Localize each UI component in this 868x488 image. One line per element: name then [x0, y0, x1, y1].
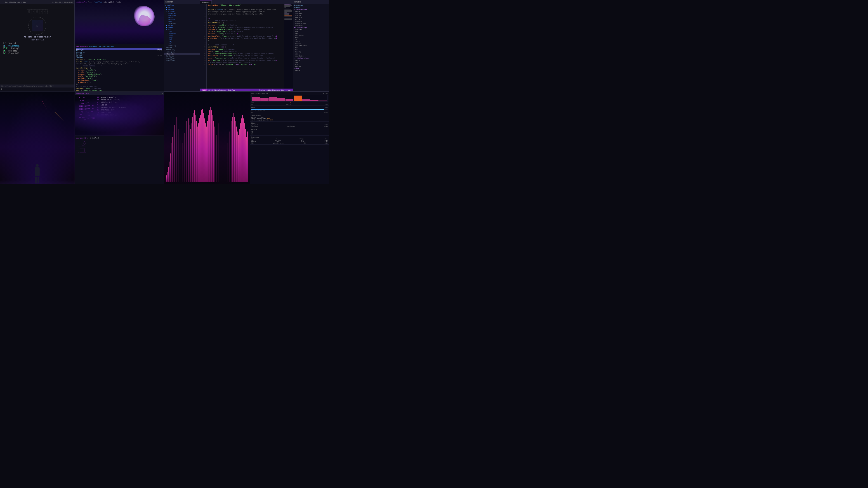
outline-theme[interactable]: theme: [293, 37, 329, 39]
chart-bar-39: [206, 127, 207, 182]
statusbar-producer: Producer.p/LibrePhoenix.p: [259, 89, 280, 91]
chart-bar-76: [244, 123, 245, 182]
tree-work[interactable]: ▶ work: [164, 16, 200, 18]
outline-editor[interactable]: editor: [293, 53, 329, 55]
tree-pkgs[interactable]: ▶ pkgs: [164, 37, 200, 39]
outline-locale[interactable]: locale: [293, 18, 329, 20]
statusbar-pos: 3:10 Top:: [228, 89, 236, 91]
tree-themes[interactable]: ▶ themes: [164, 26, 200, 29]
outline-fontpkg[interactable]: fontPkg: [293, 51, 329, 53]
outline-defaultroamdir[interactable]: defaultRoamDir: [293, 45, 329, 47]
chart-bar-66: [234, 117, 235, 182]
chart-bar-28: [195, 115, 196, 182]
tree-wsl[interactable]: ▶ wsl: [164, 20, 200, 22]
outline-profile[interactable]: profile: [293, 14, 329, 16]
tree-homelab[interactable]: ▶ home.lab: [164, 12, 200, 14]
outline-np-patches[interactable]: patches: [293, 65, 329, 67]
outline-description[interactable]: description: [293, 4, 329, 6]
sysmon-panel: CPU — 1.53 1.14 0.73 CPU like 100% 11: [164, 92, 329, 184]
outline-np-system[interactable]: system: [293, 59, 329, 61]
link-closetab[interactable]: [x] [Close tab]: [3, 52, 72, 55]
outline-term[interactable]: term: [293, 47, 329, 49]
tree-user[interactable]: ▼ user: [164, 29, 200, 31]
file-item-license[interactable]: LICENSE34.2 K: [76, 55, 162, 56]
temp-section: Temperatures DeviceTemp(°) card0 (amdgpu…: [250, 114, 329, 122]
file-item-readme[interactable]: README.org: [76, 56, 162, 58]
chart-bar-30: [197, 127, 198, 182]
link-quickmarks[interactable]: [b] [Quickmarks]: [3, 45, 72, 47]
chart-bar-16: [183, 137, 184, 182]
outline-bootmountpath[interactable]: bootMountPath: [293, 22, 329, 24]
tree-dotfiles[interactable]: ▼ .dotfiles: [164, 4, 200, 6]
tree-personal[interactable]: ▶ personal: [164, 14, 200, 16]
outline-hostname[interactable]: hostname: [293, 12, 329, 14]
outline-name[interactable]: name: [293, 31, 329, 33]
outline-browser[interactable]: browser: [293, 43, 329, 45]
outline-wm[interactable]: wm: [293, 39, 329, 41]
chart-bar-26: [193, 113, 194, 182]
link-newtab[interactable]: [t] [New tab]: [3, 50, 72, 52]
outline-pkgs-system[interactable]: system: [293, 69, 329, 71]
tree-git[interactable]: ▶ .git: [164, 6, 200, 8]
outline-outputs[interactable]: outputs: [293, 6, 329, 8]
tree-patches[interactable]: ▶ patches: [164, 8, 200, 10]
outline-bootmode[interactable]: bootMode: [293, 20, 329, 22]
outline-system[interactable]: system: [293, 10, 329, 12]
chart-bar-69: [237, 131, 238, 182]
outline-timezone[interactable]: timezone: [293, 16, 329, 18]
tree-readme-root[interactable]: README.org: [164, 49, 200, 51]
tree-system[interactable]: ▶ system: [164, 24, 200, 26]
tree-profiles[interactable]: ▼ profiles: [164, 10, 200, 12]
tree-readme-profiles[interactable]: README.org: [164, 22, 200, 24]
tree-readme-user[interactable]: README.org: [164, 45, 200, 47]
editor-statusbar: main ⎇ .dotfiles/flake.nix 3:10 Top: Pro…: [200, 89, 293, 91]
outline-username[interactable]: username: [293, 29, 329, 31]
chart-bar-40: [207, 121, 208, 182]
outline-pkgs[interactable]: ▼ pkgs: [293, 67, 329, 69]
file-item-flake-nix[interactable]: flake.nix22.5 K: [76, 48, 162, 50]
fetch-cmd-line: emmet@snowfire ~ $ distfetch: [76, 137, 162, 139]
tree-install-org[interactable]: install.org: [164, 57, 200, 59]
tree-worklab[interactable]: ▶ worklab: [164, 18, 200, 20]
browser-title: Tech 100% 20% 100% 25 10%: [5, 1, 51, 3]
outline-spawneditor[interactable]: spawnEditor: [293, 55, 329, 57]
mem-percent-label: 100%: [325, 106, 328, 108]
chart-bar-51: [219, 123, 219, 182]
file-item-install-sh[interactable]: install.sh: [76, 53, 162, 55]
tree-app[interactable]: ▶ app: [164, 31, 200, 33]
file-item-install-agi[interactable]: install.agi: [76, 52, 162, 53]
code-content[interactable]: description = "Flake of LibrePhoenix"; o…: [207, 4, 284, 89]
link-search[interactable]: [o] [Search]: [3, 42, 72, 45]
tree-hardware[interactable]: ▶ hardware: [164, 33, 200, 35]
outline-user-settings[interactable]: ▼ ⊕ userSettings: [293, 26, 329, 29]
file-item-flake-lock[interactable]: flake.lock2.26 K: [76, 50, 162, 52]
outline-np-name[interactable]: name: [293, 61, 329, 63]
tree-install-sh[interactable]: install.sh: [164, 59, 200, 61]
link-history[interactable]: [S h] [History]: [3, 47, 72, 50]
tree-style[interactable]: ▶ style: [164, 41, 200, 43]
chart-bar-56: [224, 129, 224, 182]
tree-wm[interactable]: ▶ wm: [164, 43, 200, 45]
outline-font[interactable]: font: [293, 49, 329, 51]
file-list: flake.nix22.5 K flake.lock2.26 K install…: [76, 48, 162, 58]
outline-system-settings[interactable]: ▼ systemSettings: [293, 8, 329, 10]
browser-cmd-bar[interactable]: ▌: [0, 87, 74, 91]
tab-flake-nix[interactable]: flake.nix: [200, 0, 212, 4]
tree-lang[interactable]: ▶ lang: [164, 35, 200, 37]
tree-shell[interactable]: ▶ shell: [164, 39, 200, 41]
outline-email[interactable]: email: [293, 33, 329, 35]
outline-dotfilesdir[interactable]: dotfilesDir: [293, 35, 329, 37]
tree-license[interactable]: LICENSE: [164, 47, 200, 49]
figure-silhouette: [33, 164, 42, 182]
outline-np-src[interactable]: src: [293, 63, 329, 65]
memory-section: Memory 100% EXM: 95 5.76GB/2.01B 0s 0% 0…: [250, 106, 329, 114]
chart-bar-52: [220, 119, 220, 182]
reflection: [0, 180, 74, 184]
browser-profile: Tech Profile: [3, 39, 72, 41]
outline-nixpkgs-patched[interactable]: ▼ ⊕ nixpkgs-patched: [293, 57, 329, 59]
tree-flake-nix[interactable]: flake.nix: [164, 53, 200, 55]
tree-desktop-png[interactable]: desktop.png: [164, 51, 200, 53]
tree-harden-sh[interactable]: harden.sh: [164, 55, 200, 57]
outline-wmtype[interactable]: wmType: [293, 41, 329, 43]
outline-grubdevice[interactable]: grubDevice: [293, 24, 329, 26]
